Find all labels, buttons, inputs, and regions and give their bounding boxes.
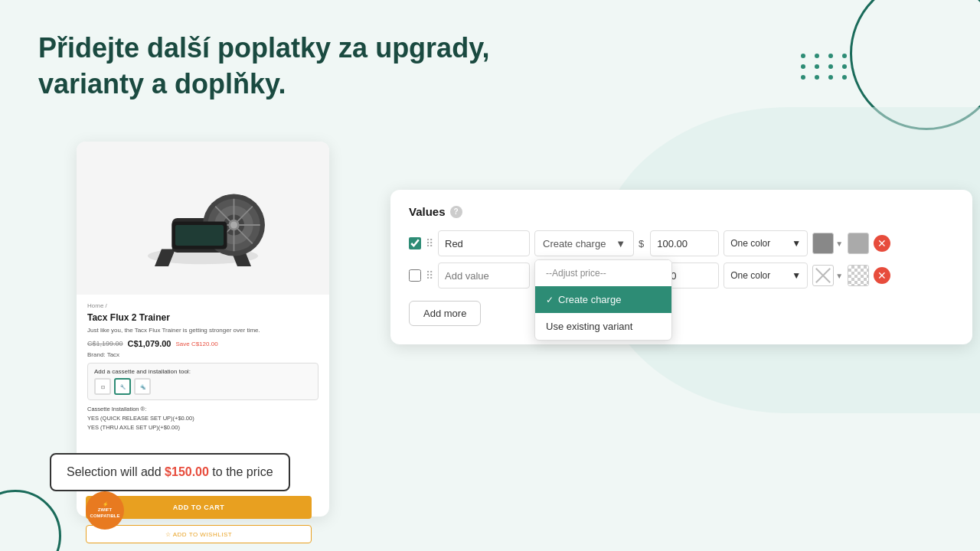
price-old: C$1,199.00 — [87, 340, 123, 347]
bg-dots — [801, 54, 850, 80]
dropdown-create-charge[interactable]: ✓ Create charge — [535, 286, 671, 313]
row1-drag-handle[interactable]: ⠿ — [426, 237, 433, 249]
add-to-wishlist-button[interactable]: ☆ ADD TO WISHLIST — [86, 525, 312, 543]
selection-price: $150.00 — [165, 465, 209, 478]
product-image — [77, 142, 329, 295]
row1-swatch1[interactable] — [812, 233, 834, 254]
zwift-badge: ⚡ ZWIFT COMPATIBLE — [86, 491, 124, 530]
value-row-2: ⠿ Create charge ▼ $ One color ▼ ▼ ✕ — [409, 262, 954, 289]
row2-swatch-group: ▼ — [812, 265, 843, 286]
values-panel: Values ? ⠿ Create charge ▼ --Adjust pric… — [390, 190, 972, 344]
addon-options: ⊡ 🔧 🔩 — [94, 378, 312, 395]
product-info: Home / Tacx Flux 2 Trainer Just like you… — [77, 295, 329, 440]
values-header: Values ? — [409, 205, 954, 218]
addon-table: Cassette Installation ®: YES (QUICK RELE… — [87, 405, 318, 432]
selection-text-before: Selection will add — [67, 465, 165, 478]
value-row-2-container: ⠿ Create charge ▼ $ One color ▼ ▼ ✕ — [409, 262, 954, 289]
row1-swatch2[interactable] — [848, 233, 869, 254]
row1-swatch-group: ▼ — [812, 233, 843, 254]
price-current: C$1,079.00 — [128, 339, 172, 348]
row1-value-input[interactable] — [438, 230, 530, 256]
charge-dropdown-menu: --Adjust price-- ✓ Create charge Use exi… — [534, 259, 672, 341]
row2-color-label: One color — [730, 270, 770, 281]
add-more-button[interactable]: Add more — [409, 301, 481, 326]
trainer-image — [134, 157, 272, 279]
row1-amount-input[interactable] — [650, 230, 719, 256]
addon-title: Add a cassette and installation tool: — [94, 368, 312, 375]
headline-line2: varianty a doplňky. — [38, 68, 286, 99]
row1-charge-label: Create charge — [543, 238, 606, 249]
selection-notice: Selection will add $150.00 to the price — [50, 453, 290, 491]
row1-charge-arrow: ▼ — [616, 238, 626, 249]
row2-swatch-arrow: ▼ — [835, 272, 843, 280]
selection-text-after: to the price — [209, 465, 273, 478]
addon-option-1[interactable]: ⊡ — [94, 378, 111, 395]
row1-remove-button[interactable]: ✕ — [874, 235, 890, 252]
addon-row2-value: YES (THRU AXLE SET UP)(+$0.00) — [87, 424, 180, 431]
value-row-1: ⠿ Create charge ▼ --Adjust price-- ✓ Cre… — [409, 230, 954, 256]
row1-color-arrow: ▼ — [792, 238, 801, 249]
row2-color-select[interactable]: One color ▼ — [724, 262, 808, 289]
svg-rect-15 — [175, 225, 224, 246]
product-breadcrumb: Home / — [87, 302, 318, 309]
row2-swatch1[interactable] — [812, 265, 834, 286]
row2-drag-handle[interactable]: ⠿ — [426, 269, 433, 282]
row2-checkbox[interactable] — [409, 269, 421, 282]
product-desc: Just like you, the Tacx Flux Trainer is … — [87, 326, 318, 334]
row1-checkbox[interactable] — [409, 237, 421, 249]
row1-dollar-sign: $ — [639, 238, 644, 249]
bg-circle-bottom-left — [0, 490, 61, 551]
row2-value-input[interactable] — [438, 262, 530, 289]
dropdown-adjust-price: --Adjust price-- — [535, 260, 671, 286]
row2-color-arrow: ▼ — [792, 270, 801, 281]
headline-line1: Přidejte další poplatky za upgrady, — [38, 32, 489, 64]
row2-swatch2[interactable] — [848, 265, 869, 286]
row1-charge-dropdown[interactable]: Create charge ▼ — [534, 230, 634, 256]
row1-swatch-arrow: ▼ — [835, 240, 843, 248]
product-title: Tacx Flux 2 Trainer — [87, 312, 318, 323]
price-save: Save C$120.00 — [175, 341, 217, 347]
svg-point-13 — [230, 222, 237, 229]
addon-option-3[interactable]: 🔩 — [134, 378, 151, 395]
check-icon: ✓ — [546, 295, 554, 305]
row1-color-label: One color — [730, 238, 770, 249]
row1-charge-wrapper: Create charge ▼ --Adjust price-- ✓ Creat… — [534, 230, 634, 256]
addon-row1-label: Cassette Installation ®: — [87, 406, 146, 412]
help-icon[interactable]: ? — [450, 206, 462, 218]
addon-section: Add a cassette and installation tool: ⊡ … — [87, 363, 318, 400]
headline: Přidejte další poplatky za upgrady, vari… — [38, 31, 489, 103]
row1-color-select[interactable]: One color ▼ — [724, 230, 808, 256]
addon-option-2[interactable]: 🔧 — [114, 378, 131, 395]
values-title: Values — [409, 205, 446, 218]
addon-row1-value: YES (QUICK RELEASE SET UP)(+$0.00) — [87, 415, 194, 422]
row2-remove-button[interactable]: ✕ — [874, 267, 890, 284]
value-row-1-container: ⠿ Create charge ▼ --Adjust price-- ✓ Cre… — [409, 230, 954, 256]
dropdown-use-existing[interactable]: Use existing variant — [535, 313, 671, 340]
brand-row: Brand: Tacx — [87, 351, 318, 358]
